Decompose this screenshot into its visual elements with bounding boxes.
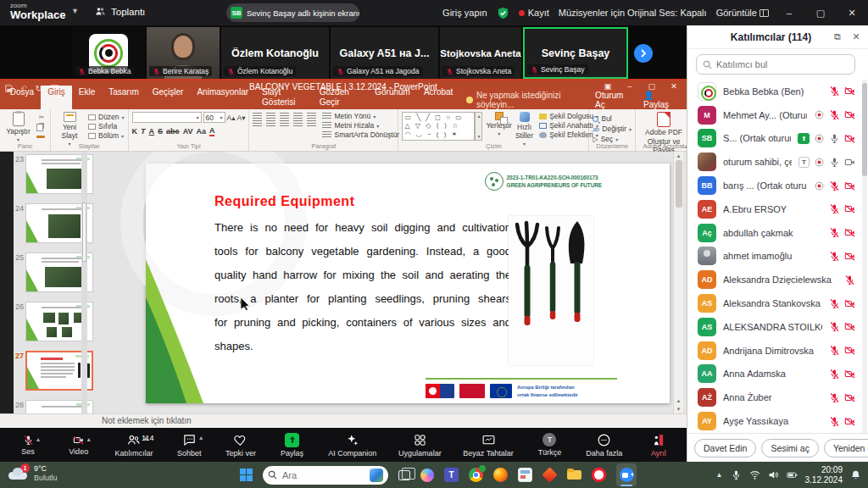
start-button[interactable]: [240, 469, 253, 481]
ppt-tab-tasar-m[interactable]: Tasarım: [102, 86, 146, 109]
slide-canvas[interactable]: 2023-1-TR01-KA220-SCH-000160173 GREEN AG…: [146, 164, 670, 403]
font-format-1[interactable]: T: [141, 127, 146, 136]
ppt-tab-slayt-g-sterisi[interactable]: Slayt Gösterisi: [255, 86, 313, 109]
toolbar-kat-l-mc-lar-button[interactable]: 114▲Katılımcılar: [114, 433, 153, 458]
copilot-button[interactable]: [420, 469, 434, 482]
participant-row[interactable]: ASAleksandra Stankovska Jovanovs...: [687, 291, 862, 315]
ppt-close-button[interactable]: ✕: [665, 81, 683, 91]
participant-row[interactable]: ASALEKSANDRA STOILKOVSKA: [687, 315, 862, 339]
video-tile[interactable]: Stojkovska AnetaStojkovska Aneta: [440, 27, 521, 79]
reset-button[interactable]: Sıfırla: [88, 122, 125, 130]
ppt-tab-dosya[interactable]: Dosya: [3, 86, 41, 109]
slide-thumbnail-panel[interactable]: 23 24 25 26 27 28: [14, 152, 102, 413]
taskbar-clock[interactable]: 20:09 3.12.2024: [805, 465, 843, 485]
slide-thumbnail-26[interactable]: 26: [14, 299, 102, 348]
snipping-app-icon[interactable]: [518, 468, 532, 482]
format-painter-icon[interactable]: [36, 136, 45, 138]
paste-button[interactable]: Yapıştır▾: [3, 112, 33, 142]
shapes-scroll[interactable]: ▲▼: [475, 112, 482, 141]
next-videos-button[interactable]: [634, 44, 653, 63]
search-input[interactable]: [716, 59, 835, 69]
video-tile[interactable]: Özlem KotanoğluÖzlem Kotanoğlu: [221, 27, 329, 79]
participant-row[interactable]: AYAyşe Yassıkaya: [687, 409, 862, 433]
cut-icon[interactable]: ✂: [36, 114, 47, 122]
participant-row[interactable]: SBS... (Ortak oturum sahibi): [687, 127, 862, 151]
chevron-up-icon[interactable]: ▲: [36, 436, 42, 442]
toolbar-tepki-ver-button[interactable]: Tepki ver: [225, 433, 256, 458]
shapes-gallery[interactable]: ▭ ╲ ╱ ◻ ○ ▭ △ ▽ ◇ ⟨ ⟩ ☆ ◠ ◡ ~ ( ) ✶: [402, 112, 475, 141]
slide-thumbnail-24[interactable]: 24: [14, 201, 102, 250]
reclaim-host-button[interactable]: Yeniden Oturum Sahibi Ol: [824, 439, 868, 458]
notes-placeholder[interactable]: Not eklemek için tıklatın: [0, 413, 687, 427]
security-shield-icon[interactable]: [497, 7, 509, 19]
invite-button[interactable]: Davet Edin: [694, 439, 756, 458]
scroll-up-icon[interactable]: ▲: [676, 152, 682, 160]
font-format-3[interactable]: S: [158, 127, 163, 136]
teams-app-icon[interactable]: T: [444, 468, 459, 482]
participant-search[interactable]: [696, 54, 855, 75]
justify-icon[interactable]: [293, 120, 303, 127]
ppt-tab-ge-i-ler[interactable]: Geçişler: [146, 86, 191, 109]
tray-mic-icon[interactable]: [731, 469, 742, 480]
chevron-up-icon[interactable]: ▲: [86, 436, 92, 442]
section-button[interactable]: Bölüm▾: [88, 131, 125, 140]
toolbar-ai-companion-button[interactable]: AI Companion: [328, 433, 376, 458]
participant-row[interactable]: MMehmet Ay... (Oturum Sahibi): [687, 103, 862, 127]
toolbar-ses-button[interactable]: ▲Ses: [14, 435, 42, 456]
grow-font-icon[interactable]: A▴: [227, 114, 236, 122]
video-tile[interactable]: Galaxy A51 на J...Galaxy A51 на Jagoda: [331, 27, 438, 79]
maximize-button[interactable]: ▢: [810, 8, 832, 19]
volume-icon[interactable]: [768, 469, 779, 480]
toolbar-ayr-l-button[interactable]: Ayrıl: [644, 433, 673, 458]
wifi-icon[interactable]: [749, 469, 760, 480]
tray-expand-icon[interactable]: ▲: [716, 471, 723, 479]
chevron-down-icon[interactable]: ▼: [71, 7, 79, 15]
font-format-5[interactable]: AV: [183, 127, 193, 136]
next-slide-button[interactable]: ▼: [676, 405, 682, 413]
font-format-2[interactable]: A: [149, 127, 155, 136]
firefox-app-icon[interactable]: [493, 468, 508, 482]
align-right-icon[interactable]: [280, 120, 289, 127]
ppt-tab-g-zden-ge-ir[interactable]: Gözden Geçir: [313, 86, 369, 109]
slide-thumbnail-23[interactable]: 23: [14, 152, 102, 201]
taskbar-weather[interactable]: 1 9°CBulutlu: [8, 464, 58, 484]
find-button[interactable]: Bul: [593, 114, 632, 123]
slide-thumbnail-28[interactable]: 28: [14, 397, 102, 413]
font-format-6[interactable]: Aa: [196, 127, 206, 136]
chevron-up-icon[interactable]: ▲: [198, 435, 204, 441]
toolbar-payla--button[interactable]: Paylaş: [278, 433, 307, 458]
numbering-icon[interactable]: [266, 113, 275, 119]
participant-row[interactable]: ADAleksandra Dzięcielewska: [687, 268, 862, 291]
decrease-indent-icon[interactable]: [280, 113, 289, 119]
ribbon-display-icon[interactable]: ▣: [598, 81, 617, 91]
font-format-0[interactable]: K: [132, 127, 138, 136]
toolbar-uygulamalar-button[interactable]: Uygulamalar: [398, 433, 442, 458]
chevron-up-icon[interactable]: ▲: [143, 435, 149, 441]
participant-row[interactable]: Açabdullah çakmak: [687, 221, 862, 245]
pop-out-icon[interactable]: ⧉: [831, 31, 844, 42]
copy-icon[interactable]: [36, 124, 43, 131]
replace-button[interactable]: abDeğiştir▾: [593, 125, 632, 133]
sign-in-link[interactable]: Giriş yapın: [442, 8, 487, 18]
battery-icon[interactable]: [787, 469, 798, 480]
chrome-app-icon[interactable]: [469, 468, 483, 482]
toolbar-video-button[interactable]: ▲Video: [64, 435, 93, 456]
participant-row[interactable]: AŻAnna Żuber: [687, 385, 862, 409]
screen-share-pill[interactable]: SB Sevinç Başay adlı kişinin ekranı •••: [226, 3, 359, 22]
quick-styles-button[interactable]: Hızlı Stiller▾: [515, 112, 533, 147]
participant-row[interactable]: AEA.Ebru ERSOY: [687, 197, 862, 221]
ppt-minimize-button[interactable]: –: [620, 81, 639, 91]
recording-indicator[interactable]: Kayıt: [519, 8, 549, 18]
unmute-button[interactable]: Sesimi aç: [761, 439, 819, 458]
tell-me-box[interactable]: Ne yapmak istediğinizi söyleyin...: [466, 91, 595, 109]
smartart-button[interactable]: SmartArt'a Dönüştür▾: [322, 130, 404, 139]
scroll-thumb[interactable]: [676, 160, 682, 208]
align-center-icon[interactable]: [266, 120, 275, 127]
previous-slide-button[interactable]: ▲: [676, 396, 682, 405]
font-size-select[interactable]: 60▾: [203, 112, 225, 123]
participant-row[interactable]: BBbarış ... (Ortak oturum sahibi): [687, 174, 862, 197]
shrink-font-icon[interactable]: A▾: [237, 114, 246, 122]
zoom-app-icon[interactable]: [616, 463, 637, 486]
columns-icon[interactable]: [307, 120, 316, 127]
diamond-app-icon[interactable]: [542, 467, 557, 482]
